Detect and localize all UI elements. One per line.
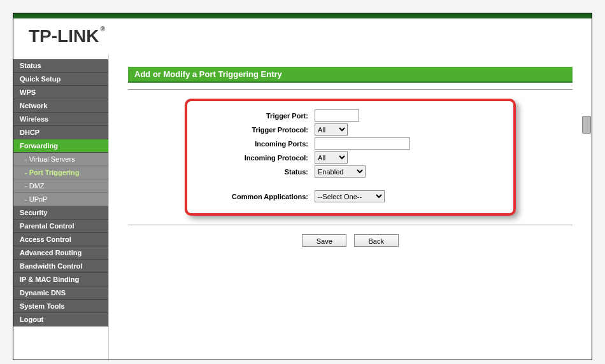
sidebar-item-label: System Tools — [20, 302, 65, 310]
sidebar-item-label: Network — [20, 102, 47, 109]
sidebar-item[interactable]: DHCP — [13, 126, 108, 139]
sidebar-item[interactable]: Status — [13, 59, 108, 73]
brand-logo: TP-LINK ® — [29, 26, 576, 46]
row-status: Status: Enabled — [200, 165, 501, 178]
sidebar-item[interactable]: Wireless — [13, 113, 108, 126]
incoming-protocol-select[interactable]: All — [315, 151, 348, 164]
sidebar-subitem[interactable]: - Port Triggering — [13, 166, 108, 179]
sidebar-item-label: IP & MAC Binding — [20, 276, 79, 283]
page-title: Add or Modify a Port Triggering Entry — [128, 67, 573, 83]
sidebar-item-label: Parental Control — [20, 222, 75, 230]
sidebar-item-label: Security — [20, 209, 47, 216]
sidebar-item-label: - Port Triggering — [25, 169, 80, 176]
sidebar-item-label: Advanced Routing — [20, 249, 82, 256]
sidebar-item[interactable]: Forwarding — [13, 139, 108, 153]
sidebar-item-label: WPS — [20, 88, 36, 96]
sidebar-item[interactable]: Network — [13, 99, 108, 113]
row-incoming-ports: Incoming Ports: — [200, 137, 501, 150]
sidebar-item-label: Quick Setup — [20, 75, 60, 83]
sidebar-item-label: Access Control — [20, 235, 71, 243]
row-common-applications: Common Applications: --Select One-- — [200, 190, 501, 202]
separator-top — [128, 89, 573, 90]
sidebar-item-label: Logout — [20, 316, 43, 323]
sidebar-item-label: Wireless — [20, 115, 48, 123]
sidebar-item[interactable]: Dynamic DNS — [13, 286, 108, 300]
sidebar-subitem[interactable]: - Virtual Servers — [13, 153, 108, 166]
sidebar-item-label: Bandwidth Control — [20, 262, 82, 270]
sidebar-item-label: - UPnP — [25, 195, 47, 203]
sidebar-item[interactable]: Logout — [13, 313, 108, 326]
sidebar-item[interactable]: Security — [13, 206, 108, 220]
form-highlight-box: Trigger Port: Trigger Protocol: All Inco… — [185, 99, 516, 216]
sidebar-item-label: Dynamic DNS — [20, 289, 66, 297]
sidebar-item-label: DHCP — [20, 129, 39, 136]
brand-text: TP-LINK — [29, 26, 99, 46]
sidebar-subitem[interactable]: - UPnP — [13, 193, 108, 206]
trigger-protocol-select[interactable]: All — [315, 123, 348, 136]
row-incoming-protocol: Incoming Protocol: All — [200, 151, 501, 164]
sidebar-item-label: - DMZ — [25, 182, 45, 190]
incoming-ports-input[interactable] — [315, 137, 410, 150]
sidebar-item[interactable]: IP & MAC Binding — [13, 273, 108, 286]
sidebar: StatusQuick SetupWPSNetworkWirelessDHCPF… — [13, 54, 109, 360]
sidebar-item-label: - Virtual Servers — [25, 155, 75, 163]
page-title-text: Add or Modify a Port Triggering Entry — [134, 69, 282, 79]
row-trigger-protocol: Trigger Protocol: All — [200, 123, 501, 136]
scrollbar-thumb[interactable] — [582, 116, 591, 134]
back-button[interactable]: Back — [354, 234, 399, 247]
sidebar-item[interactable]: Access Control — [13, 233, 108, 246]
save-button[interactable]: Save — [302, 234, 346, 247]
common-applications-label: Common Applications: — [200, 193, 315, 200]
body-layout: StatusQuick SetupWPSNetworkWirelessDHCPF… — [13, 54, 592, 360]
sidebar-item-label: Status — [20, 62, 41, 69]
sidebar-item[interactable]: WPS — [13, 86, 108, 99]
sidebar-subitem[interactable]: - DMZ — [13, 179, 108, 193]
row-trigger-port: Trigger Port: — [200, 109, 501, 122]
button-row: Save Back — [128, 234, 573, 247]
sidebar-item[interactable]: System Tools — [13, 300, 108, 313]
incoming-protocol-label: Incoming Protocol: — [200, 154, 315, 162]
separator-bottom — [128, 225, 573, 225]
sidebar-item[interactable]: Bandwidth Control — [13, 260, 108, 273]
status-select[interactable]: Enabled — [315, 165, 366, 178]
app-frame: TP-LINK ® StatusQuick SetupWPSNetworkWir… — [13, 13, 592, 360]
header-inner: TP-LINK ® — [13, 18, 592, 54]
trigger-port-input[interactable] — [315, 109, 359, 122]
header-bar: TP-LINK ® — [13, 13, 592, 54]
common-applications-select[interactable]: --Select One-- — [315, 190, 385, 202]
form-spacer — [200, 179, 501, 188]
status-label: Status: — [200, 168, 315, 176]
sidebar-item[interactable]: Quick Setup — [13, 73, 108, 86]
incoming-ports-label: Incoming Ports: — [200, 140, 315, 148]
sidebar-item-label: Forwarding — [20, 142, 58, 150]
content-area: Add or Modify a Port Triggering Entry Tr… — [109, 54, 592, 360]
sidebar-item[interactable]: Advanced Routing — [13, 246, 108, 260]
sidebar-item[interactable]: Parental Control — [13, 220, 108, 233]
brand-reg-icon: ® — [100, 25, 104, 32]
trigger-protocol-label: Trigger Protocol: — [200, 126, 315, 134]
trigger-port-label: Trigger Port: — [200, 112, 315, 120]
